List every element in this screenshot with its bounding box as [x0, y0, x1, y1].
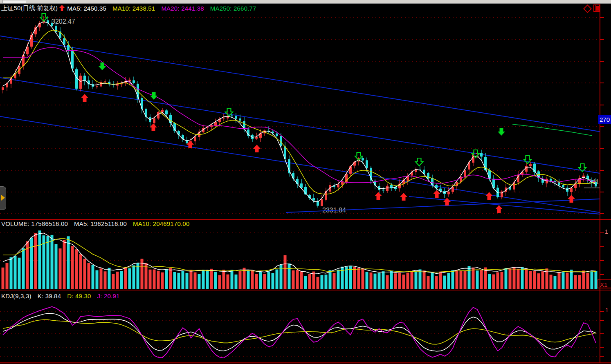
- volume-readout: VOLUME: 17586516.00: [1, 220, 68, 227]
- kdj-title: KDJ(9,3,3): [1, 293, 31, 299]
- kdj-header: KDJ(9,3,3) K: 39.84 D: 49.30 J: 20.91: [1, 293, 126, 299]
- main-chart-header: 上证50(日线.前复权) MA5: 2450.35 MA10: 2438.51 …: [1, 4, 263, 12]
- kdj-k-readout: K: 39.84: [38, 293, 61, 299]
- kdj-axis-label: 1: [605, 307, 609, 313]
- ma5-readout: MA5: 2450.35: [67, 5, 106, 12]
- split-window-icon[interactable]: [593, 4, 600, 12]
- price-axis-badge: 270: [598, 115, 611, 124]
- ma250-readout: MA250: 2660.77: [210, 5, 256, 12]
- up-arrow-icon: [59, 5, 65, 12]
- expand-arrow-icon: [1, 195, 5, 201]
- trading-terminal: 3202.47 2331.84 241 上证50(日线.前复权) MA5: 24…: [0, 0, 611, 364]
- volume-header: VOLUME: 17586516.00 MA5: 19625116.00 MA1…: [1, 220, 195, 227]
- panel-expander[interactable]: [0, 186, 6, 210]
- ma10-readout: MA10: 2438.51: [112, 5, 155, 12]
- volume-unit-label: X1: [598, 279, 611, 288]
- ma20-readout: MA20: 2441.38: [161, 5, 204, 12]
- kdj-j-readout: J: 20.91: [97, 293, 120, 299]
- volume-axis-label: 1: [605, 228, 608, 235]
- chart-title: 上证50(日线.前复权): [1, 4, 58, 12]
- volume-ma5-readout: MA5: 19625116.00: [74, 220, 127, 227]
- kdj-chart[interactable]: [0, 0, 611, 364]
- volume-ma10-readout: MA10: 20469170.00: [133, 220, 190, 227]
- kdj-d-readout: D: 49.30: [67, 293, 91, 299]
